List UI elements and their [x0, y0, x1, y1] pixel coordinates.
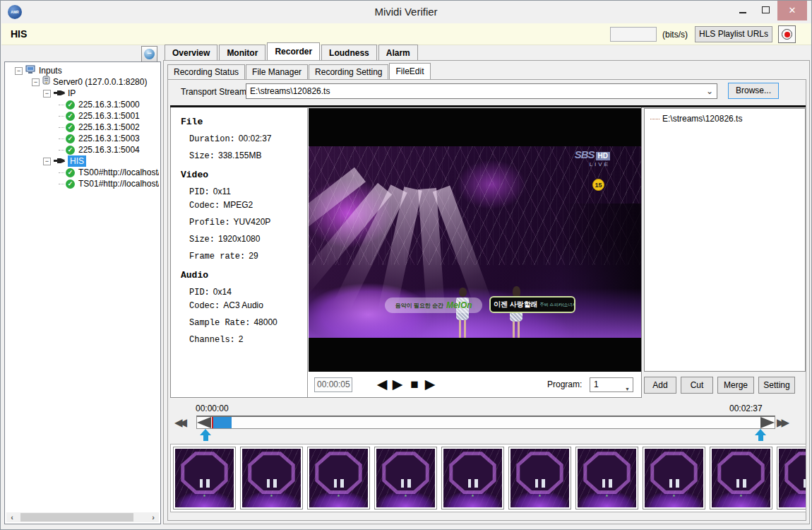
trim-start-handle[interactable] [200, 429, 211, 441]
tree-label[interactable]: 225.16.3.1:5003 [78, 133, 140, 144]
tree-node-ip-group[interactable]: − IP [43, 88, 159, 99]
tree-connector [59, 172, 64, 173]
tab-alarm[interactable]: Alarm [378, 45, 418, 60]
tree-node-server[interactable]: − Server0 (127.0.0.1:8280) [32, 76, 159, 88]
tab-overview[interactable]: Overview [165, 45, 217, 60]
timeline-start-time: 00:00:00 [196, 404, 229, 413]
age-rating-badge: 15 [592, 179, 604, 191]
film-thumbnail[interactable] [508, 447, 571, 510]
program-combobox[interactable]: 1 ▼ [590, 377, 633, 392]
trim-end-handle[interactable] [755, 429, 766, 441]
tree-label[interactable]: 225.16.3.1:5001 [78, 110, 140, 122]
bitrate-input[interactable] [610, 27, 657, 42]
timeline-selection[interactable] [213, 417, 232, 428]
tree-node-ip-2[interactable]: ✓ 225.16.3.1:5002 [59, 122, 159, 133]
film-thumbnail[interactable] [173, 447, 236, 510]
collapse-box-icon[interactable]: − [43, 90, 51, 98]
setting-button[interactable]: Setting [758, 377, 795, 394]
timeline-playhead[interactable] [212, 417, 213, 428]
film-thumbnail[interactable] [307, 447, 370, 510]
tree-connector [59, 139, 64, 139]
title-bar[interactable]: AMR Mividi Verifier ✕ [1, 1, 811, 23]
film-thumbnail[interactable] [575, 447, 638, 510]
subtab-recording-setting[interactable]: Recording Setting [309, 64, 388, 79]
tree-horizontal-scrollbar[interactable]: ‹ › [6, 512, 159, 522]
timeline-track[interactable] [196, 416, 775, 429]
video-preview[interactable]: SBSHD LIVE 15 음악이 필요한 순간 MelOn 이젠 사랑할래 주… [309, 108, 641, 372]
tree-node-ip-4[interactable]: ✓ 225.16.3.1:5004 [59, 144, 159, 155]
tree-label[interactable]: 225.16.3.1:5002 [78, 122, 140, 133]
recorder-subtabs: Recording Status File Manager Recording … [167, 64, 431, 79]
thumbnail-image [175, 449, 234, 507]
collapse-box-icon[interactable]: − [15, 67, 23, 75]
tree-node-ts00[interactable]: ✓ TS00#http://localhost/ [59, 167, 159, 178]
step-back-button[interactable]: ◀ [374, 375, 390, 394]
trim-start-marker[interactable] [197, 417, 211, 428]
tree-node-ip-3[interactable]: ✓ 225.16.3.1:5003 [59, 133, 159, 144]
hls-playlist-urls-button[interactable]: HLS Playlist URLs [695, 26, 772, 42]
scrollbar-thumb[interactable] [20, 513, 133, 522]
step-forward-button[interactable]: ▶ [422, 375, 438, 394]
rewind-button[interactable]: ◀◀ [174, 415, 184, 430]
collapse-box-icon[interactable]: − [32, 78, 40, 86]
tree-label[interactable]: 225.16.3.1:5004 [78, 144, 140, 155]
file-list-item[interactable]: E:\streams\120826.ts [650, 114, 805, 124]
app-window: AMR Mividi Verifier ✕ HIS (bits/s) HLS P… [0, 0, 812, 530]
tree-node-ip-1[interactable]: ✓ 225.16.3.1:5001 [59, 110, 159, 122]
scroll-right-icon[interactable]: › [148, 512, 159, 522]
film-thumbnail[interactable] [643, 447, 705, 510]
film-thumbnail[interactable] [441, 447, 504, 510]
tree-label[interactable]: Inputs [39, 65, 62, 76]
film-thumbnail[interactable] [710, 447, 772, 510]
tree-label[interactable]: 225.16.3.1:5000 [78, 99, 140, 110]
thumbnail-image [443, 449, 502, 507]
tab-loudness[interactable]: Loudness [321, 45, 377, 60]
tab-monitor[interactable]: Monitor [219, 45, 265, 60]
minimize-button[interactable] [732, 1, 753, 20]
status-check-icon: ✓ [66, 146, 75, 155]
tree-connector [59, 105, 64, 105]
tree-label[interactable]: TS01#http://localhost/ [78, 178, 159, 189]
video-pid-row: PID:0x11 [189, 187, 307, 197]
subtab-file-manager[interactable]: File Manager [246, 64, 308, 79]
film-thumbnail[interactable] [777, 447, 806, 510]
tree-label[interactable]: IP [68, 88, 76, 99]
edit-actions: Add Cut Merge Setting [644, 377, 806, 394]
file-item-label[interactable]: E:\streams\120826.ts [662, 114, 742, 124]
framerate-row: Frame rate:29 [189, 251, 307, 261]
add-button[interactable]: Add [644, 377, 676, 394]
forward-button[interactable]: ▶▶ [777, 415, 786, 430]
audio-section-heading: Audio [181, 270, 307, 281]
trim-end-marker[interactable] [760, 417, 775, 428]
cut-button[interactable]: Cut [681, 377, 713, 394]
scroll-left-icon[interactable]: ‹ [6, 512, 18, 522]
transport-stream-combobox[interactable]: E:\streams\120826.ts ⌄ [246, 83, 717, 99]
tree-connector [59, 116, 64, 117]
close-button[interactable]: ✕ [777, 1, 807, 20]
play-button[interactable]: ▶ [389, 375, 406, 394]
tree-node-ts01[interactable]: ✓ TS01#http://localhost/ [59, 178, 159, 189]
tab-recorder[interactable]: Recorder [267, 42, 320, 60]
stop-button[interactable]: ■ [406, 375, 423, 394]
film-thumbnail[interactable] [240, 447, 303, 510]
tree-label[interactable]: Server0 (127.0.0.1:8280) [53, 76, 147, 88]
subtab-fileedit[interactable]: FileEdit [389, 63, 430, 79]
dropdown-arrow-icon: ▼ [625, 382, 630, 396]
record-button[interactable] [778, 25, 796, 43]
subtab-recording-status[interactable]: Recording Status [167, 64, 245, 79]
status-check-icon: ✓ [66, 168, 75, 177]
maximize-button[interactable] [755, 1, 776, 20]
sidebar-collapse-button[interactable]: − [141, 46, 157, 62]
tree-node-his-group[interactable]: − HIS [43, 155, 159, 167]
merge-button[interactable]: Merge [717, 377, 754, 394]
tree-node-inputs[interactable]: − Inputs [15, 65, 159, 76]
thumbnail-image [779, 449, 806, 507]
tree-node-ip-0[interactable]: ✓ 225.16.3.1:5000 [59, 99, 159, 110]
tree-label-selected[interactable]: HIS [68, 155, 86, 167]
browse-button[interactable]: Browse... [728, 83, 779, 99]
tree-label[interactable]: TS00#http://localhost/ [78, 167, 159, 178]
chevron-down-icon[interactable]: ⌄ [706, 84, 713, 98]
thumbnail-image [309, 449, 368, 507]
film-thumbnail[interactable] [374, 447, 437, 510]
collapse-box-icon[interactable]: − [43, 158, 51, 165]
